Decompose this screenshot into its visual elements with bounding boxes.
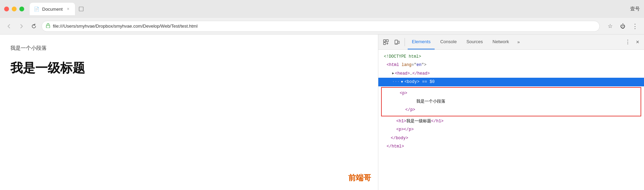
svg-rect-8 xyxy=(398,41,399,44)
svg-rect-1 xyxy=(46,25,50,28)
reload-button[interactable] xyxy=(29,21,39,31)
tab-close-button[interactable]: × xyxy=(65,6,71,12)
head-expand-arrow[interactable]: ▶ xyxy=(392,70,394,76)
body-expand-arrow[interactable]: ▼ xyxy=(401,79,403,85)
close-button[interactable] xyxy=(4,7,9,11)
secure-icon xyxy=(46,23,50,29)
dom-body-close-line[interactable]: </body> xyxy=(378,134,644,142)
address-bar[interactable]: file:///Users/smyhvae/Dropbox/smyhvae.co… xyxy=(41,21,600,32)
watermark: 前端哥 xyxy=(348,173,371,183)
dom-p-content-line[interactable]: 我是一个小段落 xyxy=(382,97,641,106)
nav-bar: file:///Users/smyhvae/Dropbox/smyhvae.co… xyxy=(0,18,644,35)
devtools-toolbar: Elements Console Sources Network » ⋮ × xyxy=(378,35,644,50)
toolbar-separator-1 xyxy=(405,38,405,46)
dom-body-line[interactable]: ··· ▼ <body> == $0 xyxy=(378,78,644,86)
dom-p2-line[interactable]: <p></p> xyxy=(378,125,644,134)
new-tab-button[interactable] xyxy=(76,4,86,14)
dom-head-line[interactable]: ▶ <head>…</head> xyxy=(378,69,644,78)
tab-document-icon: 📄 xyxy=(34,7,39,12)
menu-button[interactable]: ⋮ xyxy=(630,21,640,31)
svg-rect-4 xyxy=(386,40,388,42)
doctype-text: <!DOCTYPE html> xyxy=(384,53,421,60)
dom-p-open-line[interactable]: <p> xyxy=(382,89,641,97)
dom-p-text: 我是一个小段落 xyxy=(416,98,445,105)
devtools-menu-button[interactable]: ⋮ xyxy=(623,37,633,47)
dom-doctype-line[interactable]: <!DOCTYPE html> xyxy=(378,53,644,61)
tab-network[interactable]: Network xyxy=(489,35,513,49)
page-paragraph: 我是一个小段落 xyxy=(10,45,368,51)
main-area: 我是一个小段落 我是一级标题 前端哥 xyxy=(0,35,644,190)
traffic-lights xyxy=(4,7,24,11)
more-tabs-button[interactable]: » xyxy=(514,38,522,46)
devtools-close-button[interactable]: × xyxy=(634,38,641,47)
dom-p-box-outline: <p> 我是一个小段落 </p> xyxy=(381,87,641,116)
page-heading: 我是一级标题 xyxy=(10,60,368,77)
title-bar: 📄 Document × 壹号 xyxy=(0,0,644,18)
minimize-button[interactable] xyxy=(12,7,17,11)
dom-html-close-line[interactable]: </html> xyxy=(378,142,644,151)
url-text: file:///Users/smyhvae/Dropbox/smyhvae.co… xyxy=(53,23,198,29)
svg-rect-0 xyxy=(79,7,83,11)
title-bar-right-label: 壹号 xyxy=(630,6,640,12)
dom-p-close-line[interactable]: </p> xyxy=(382,106,641,114)
svg-rect-2 xyxy=(383,40,386,42)
forward-button[interactable] xyxy=(17,21,26,31)
tab-console[interactable]: Console xyxy=(436,35,461,49)
inspector-button[interactable] xyxy=(381,37,391,47)
svg-rect-3 xyxy=(383,42,386,45)
browser-tab[interactable]: 📄 Document × xyxy=(30,3,75,15)
devtools-panel: Elements Console Sources Network » ⋮ × <… xyxy=(378,35,644,190)
device-toolbar-button[interactable] xyxy=(392,37,402,47)
dom-html-line[interactable]: <html lang="en"> xyxy=(378,61,644,69)
bookmark-button[interactable]: ☆ xyxy=(605,21,615,31)
maximize-button[interactable] xyxy=(19,7,24,11)
devtools-dom-tree: <!DOCTYPE html> <html lang="en"> ▶ <head… xyxy=(378,50,644,190)
back-button[interactable] xyxy=(4,21,14,31)
power-button[interactable]: ⏻ xyxy=(618,21,627,31)
dom-h1-line[interactable]: <h1>我是一级标题</h1> xyxy=(378,117,644,125)
nav-actions: ☆ ⏻ ⋮ xyxy=(605,21,640,31)
tab-elements[interactable]: Elements xyxy=(408,35,435,49)
tab-title: Document xyxy=(42,7,63,12)
page-content: 我是一个小段落 我是一级标题 前端哥 xyxy=(0,35,378,190)
tab-sources[interactable]: Sources xyxy=(462,35,487,49)
